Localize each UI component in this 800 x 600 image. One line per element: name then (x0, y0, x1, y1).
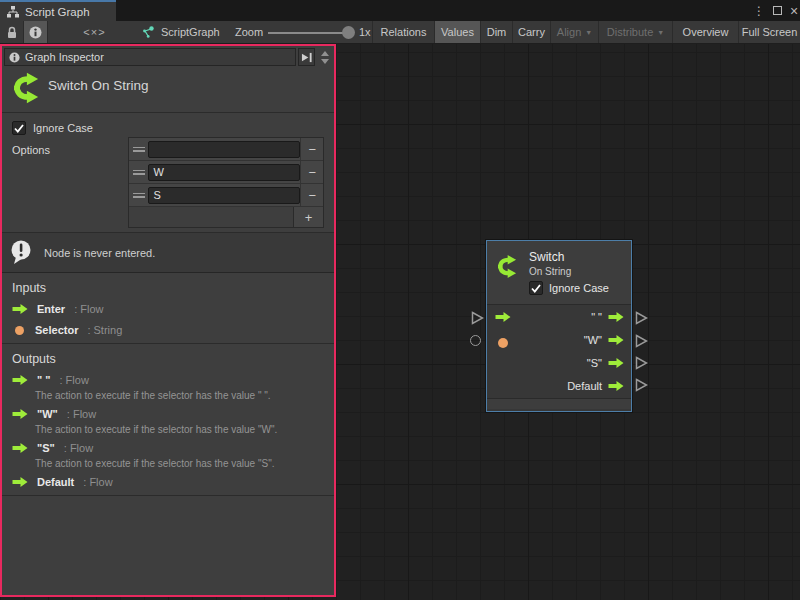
switch-on-string-node[interactable]: Switch On String Ignore Case " (486, 240, 632, 412)
inspector-header[interactable]: Graph Inspector (4, 48, 296, 66)
close-button[interactable]: × (785, 0, 800, 21)
warning-banner: Node is never entered. (2, 233, 334, 273)
switch-icon (495, 253, 522, 280)
zoom-slider-track[interactable] (268, 32, 348, 34)
node-ignore-case-checkbox[interactable] (529, 281, 543, 295)
port-type: : Flow (60, 374, 89, 386)
zoom-label: Zoom (235, 26, 263, 38)
port-label: " " (591, 311, 602, 323)
port-type: : Flow (83, 476, 112, 488)
dock-panel-button[interactable] (298, 48, 315, 66)
inspected-node-section: Switch On String (2, 66, 334, 113)
overview-button[interactable]: Overview (672, 21, 738, 43)
flow-output-port[interactable] (608, 380, 625, 392)
outputs-heading: Outputs (12, 352, 334, 366)
fullscreen-label: Full Screen (742, 26, 798, 38)
flow-output-port[interactable] (608, 357, 625, 369)
external-flow-input-stub[interactable] (471, 311, 484, 325)
port-description: The action to execute if the selector ha… (35, 458, 334, 469)
lock-button[interactable] (0, 21, 23, 43)
option-row: − (129, 184, 323, 207)
graph-breadcrumb[interactable]: ScriptGraph (142, 21, 220, 43)
overview-label: Overview (683, 26, 729, 38)
option-value-input[interactable] (148, 187, 300, 204)
warning-bubble-icon (10, 240, 34, 265)
flow-input-port[interactable] (495, 311, 512, 323)
carry-label: Carry (518, 26, 545, 38)
output-port-row[interactable]: "W" (487, 328, 631, 351)
external-flow-output-stub[interactable] (635, 378, 648, 392)
flow-output-port[interactable] (608, 334, 625, 346)
hierarchy-icon (7, 6, 19, 18)
dim-label: Dim (487, 26, 507, 38)
values-button[interactable]: Values (434, 21, 480, 43)
outputs-section: Outputs " " : Flow The action to execute… (2, 344, 334, 496)
align-dropdown[interactable]: Align ▼ (550, 21, 598, 43)
inputs-heading: Inputs (12, 281, 334, 295)
port-type: : String (87, 324, 122, 336)
flow-arrow-icon (12, 442, 29, 454)
port-type: : Flow (74, 303, 103, 315)
window-menu-button[interactable]: ⋮ (750, 0, 768, 21)
options-label: Options (12, 144, 50, 156)
check-icon (531, 284, 541, 293)
carry-button[interactable]: Carry (512, 21, 550, 43)
node-settings-section: Ignore Case Options − − − (2, 113, 334, 233)
check-icon (14, 124, 24, 133)
node-ignore-case-label: Ignore Case (549, 282, 609, 294)
flow-arrow-icon (12, 408, 29, 420)
fullscreen-button[interactable]: Full Screen (738, 21, 800, 43)
option-value-input[interactable] (148, 141, 300, 158)
output-port-row[interactable]: Default (487, 374, 631, 397)
output-port-row: "S" : Flow (12, 442, 334, 454)
ignore-case-label: Ignore Case (33, 122, 93, 134)
info-icon (9, 52, 20, 63)
remove-option-button[interactable]: − (300, 184, 323, 206)
info-icon (29, 26, 42, 39)
node-header[interactable]: Switch On String Ignore Case (487, 241, 631, 305)
option-row: − (129, 161, 323, 184)
zoom-slider-handle[interactable] (342, 26, 355, 39)
remove-option-button[interactable]: − (300, 161, 323, 183)
ignore-case-checkbox[interactable] (12, 121, 26, 135)
external-flow-output-stub[interactable] (635, 311, 648, 325)
scroll-up-icon[interactable] (321, 51, 329, 56)
scroll-down-icon[interactable] (321, 59, 329, 64)
values-label: Values (441, 26, 474, 38)
lock-icon (6, 26, 18, 39)
panel-scroll-arrows[interactable] (317, 48, 332, 66)
maximize-button[interactable] (768, 0, 786, 21)
output-port-row: "W" : Flow (12, 408, 334, 420)
external-flow-output-stub[interactable] (635, 356, 648, 370)
tab-script-graph[interactable]: Script Graph (0, 0, 116, 21)
distribute-dropdown[interactable]: Distribute ▼ (598, 21, 672, 43)
port-name: "S" (37, 442, 55, 454)
code-icon: <×> (83, 26, 105, 38)
chevron-down-icon: ▼ (657, 29, 664, 36)
node-footer (487, 398, 631, 409)
node-title: Switch (529, 250, 564, 264)
option-value-input[interactable] (148, 164, 300, 181)
inspected-node-title: Switch On String (48, 78, 149, 93)
node-body: " " "W" "S" Default (487, 305, 631, 398)
drag-handle-icon[interactable] (129, 147, 148, 152)
relations-button[interactable]: Relations (372, 21, 434, 43)
code-view-button[interactable]: <×> (47, 21, 141, 43)
external-flow-output-stub[interactable] (635, 334, 648, 348)
add-option-button[interactable]: + (293, 207, 323, 227)
inspector-toggle-button[interactable] (23, 21, 47, 43)
port-type: : Flow (64, 442, 93, 454)
dock-icon (301, 52, 313, 63)
option-row: − (129, 138, 323, 161)
drag-handle-icon[interactable] (129, 193, 148, 198)
selector-input-port[interactable] (498, 338, 508, 348)
flow-output-port[interactable] (608, 311, 625, 323)
output-port-row: " " : Flow (12, 374, 334, 386)
align-label: Align (557, 26, 581, 38)
remove-option-button[interactable]: − (300, 138, 323, 160)
output-port-row[interactable]: "S" (487, 351, 631, 374)
drag-handle-icon[interactable] (129, 170, 148, 175)
external-selector-stub[interactable] (470, 335, 481, 346)
dim-button[interactable]: Dim (480, 21, 512, 43)
warning-text: Node is never entered. (44, 247, 155, 259)
